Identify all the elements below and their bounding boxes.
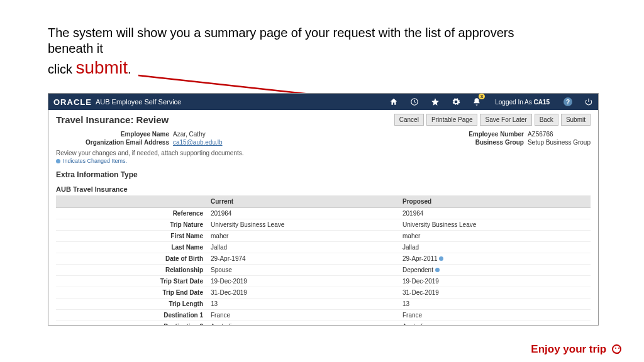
emp-num-value: AZ56766 <box>528 131 553 138</box>
proposed-value: 29-Apr-2011 <box>399 253 591 265</box>
current-value: 13 <box>207 299 399 310</box>
app-title: AUB Employee Self Service <box>96 98 181 106</box>
current-value: University Business Leave <box>207 219 399 231</box>
field-label: Destination 1 <box>56 310 207 321</box>
oracle-top-bar: ORACLE AUB Employee Self Service 3 Logge… <box>48 94 598 110</box>
home-icon[interactable] <box>389 97 398 107</box>
current-value: 19-Dec-2019 <box>207 276 399 287</box>
table-row: Date of Birth29-Apr-197429-Apr-2011 <box>56 253 591 265</box>
changed-indicator-icon <box>435 268 440 272</box>
action-buttons: Cancel Printable Page Save For Later Bac… <box>394 114 591 126</box>
sub-heading: AUB Travel Insurance <box>56 185 591 193</box>
table-row: Trip Start Date19-Dec-201919-Dec-2019 <box>56 276 591 287</box>
oracle-logo: ORACLE <box>53 97 92 107</box>
proposed-value: University Business Leave <box>399 219 591 231</box>
changed-indicator-icon <box>439 256 443 261</box>
submit-button[interactable]: Submit <box>561 114 591 126</box>
proposed-value: maher <box>399 231 591 242</box>
table-row: Trip NatureUniversity Business LeaveUniv… <box>56 219 591 231</box>
emp-num-label: Employee Number <box>455 131 524 138</box>
field-label: Date of Birth <box>56 253 207 265</box>
bus-group-label: Business Group <box>455 139 524 146</box>
top-bar-icons: 3 Logged In As CA15 ? <box>389 97 593 107</box>
current-value: 31-Dec-2019 <box>207 287 399 299</box>
current-value: Australia <box>207 321 399 326</box>
field-label: Trip Start Date <box>56 276 207 287</box>
help-icon[interactable]: ? <box>564 97 572 106</box>
instruction-highlight: submit <box>75 58 127 77</box>
table-row: Last NameJalladJallad <box>56 242 591 253</box>
field-label: Reference <box>56 208 207 219</box>
page-content: Travel Insurance: Review Cancel Printabl… <box>48 110 598 325</box>
star-icon[interactable] <box>430 97 440 107</box>
current-value: 29-Apr-1974 <box>207 253 399 265</box>
table-row: Destination 1FranceFrance <box>56 310 591 321</box>
current-value: 201964 <box>207 208 399 219</box>
org-email-link[interactable]: ca15@aub.edu.lb <box>173 139 223 146</box>
proposed-value: France <box>399 310 591 321</box>
employee-meta: Employee Name Azar, Cathy Organization E… <box>56 129 591 148</box>
proposed-value: 13 <box>399 299 591 310</box>
save-for-later-button[interactable]: Save For Later <box>480 114 531 126</box>
footer-enjoy: Enjoy your trip <box>531 343 621 356</box>
instruction-text: The system will show you a summary page … <box>48 25 538 79</box>
proposed-value: Australia <box>399 321 591 326</box>
field-label: Trip Nature <box>56 219 207 231</box>
comparison-table: Current Proposed Reference201964201964 T… <box>56 195 591 325</box>
field-label: First Name <box>56 231 207 242</box>
org-email-label: Organization Email Address <box>56 139 169 146</box>
current-value: France <box>207 310 399 321</box>
proposed-value: Jallad <box>399 242 591 253</box>
smile-icon <box>612 344 621 354</box>
instruction-line1: The system will show you a summary page … <box>48 25 538 57</box>
proposed-value: Dependent <box>399 265 591 276</box>
emp-name-value: Azar, Cathy <box>173 131 206 138</box>
notification-badge: 3 <box>479 94 485 99</box>
table-row: Trip Length1313 <box>56 299 591 310</box>
review-note: Review your changes and, if needed, atta… <box>56 150 591 156</box>
current-value: Jallad <box>207 242 399 253</box>
table-row: Trip End Date31-Dec-201931-Dec-2019 <box>56 287 591 299</box>
current-value: maher <box>207 231 399 242</box>
table-row: Reference201964201964 <box>56 208 591 219</box>
current-value: Spouse <box>207 265 399 276</box>
field-label: Trip Length <box>56 299 207 310</box>
cancel-button[interactable]: Cancel <box>394 114 424 126</box>
col-current: Current <box>207 195 399 208</box>
table-row: First Namemahermaher <box>56 231 591 242</box>
table-row: RelationshipSpouseDependent <box>56 265 591 276</box>
back-button[interactable]: Back <box>535 114 558 126</box>
field-label: Relationship <box>56 265 207 276</box>
col-field <box>56 195 207 208</box>
col-proposed: Proposed <box>399 195 591 208</box>
power-icon[interactable] <box>584 97 593 107</box>
page-title: Travel Insurance: Review <box>56 114 169 125</box>
changed-legend: Indicates Changed Items. <box>56 158 591 164</box>
changed-indicator-icon <box>56 159 60 163</box>
oracle-app-window: ORACLE AUB Employee Self Service 3 Logge… <box>48 93 599 326</box>
logged-in-text: Logged In As CA15 <box>495 99 550 106</box>
field-label: Trip End Date <box>56 287 207 299</box>
proposed-value: 19-Dec-2019 <box>399 276 591 287</box>
section-title: Extra Information Type <box>56 170 591 179</box>
table-row: Destination 2AustraliaAustralia <box>56 321 591 326</box>
proposed-value: 31-Dec-2019 <box>399 287 591 299</box>
proposed-value: 201964 <box>399 208 591 219</box>
bus-group-value: Setup Business Group <box>528 139 591 146</box>
gear-icon[interactable] <box>451 97 460 107</box>
printable-page-button[interactable]: Printable Page <box>426 114 478 126</box>
clock-icon[interactable] <box>409 97 419 107</box>
field-label: Last Name <box>56 242 207 253</box>
emp-name-label: Employee Name <box>56 131 169 138</box>
bell-icon[interactable]: 3 <box>472 97 481 107</box>
instruction-line2: click submit. <box>48 57 538 79</box>
field-label: Destination 2 <box>56 321 207 326</box>
page-header: Travel Insurance: Review Cancel Printabl… <box>56 114 591 126</box>
